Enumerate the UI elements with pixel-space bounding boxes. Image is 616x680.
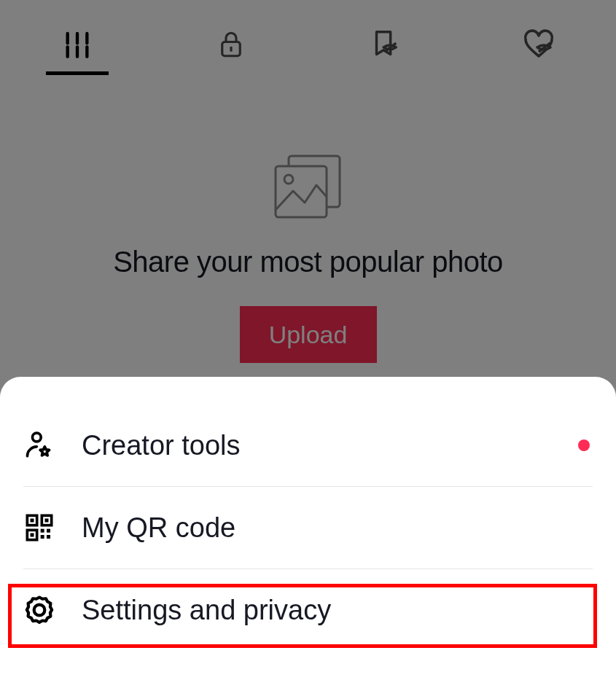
- svg-point-25: [34, 605, 45, 616]
- menu-item-creator-tools[interactable]: Creator tools: [0, 405, 616, 486]
- svg-rect-22: [47, 529, 50, 533]
- svg-rect-18: [45, 519, 49, 523]
- svg-rect-21: [41, 529, 44, 533]
- qr-code-icon: [23, 512, 55, 544]
- menu-item-label: Settings and privacy: [82, 595, 331, 626]
- menu-item-label: Creator tools: [82, 430, 241, 461]
- notification-dot: [578, 439, 590, 451]
- bottom-sheet: Creator tools My QR code: [0, 377, 616, 680]
- menu-item-settings-privacy[interactable]: Settings and privacy: [0, 569, 616, 651]
- svg-rect-16: [31, 519, 34, 523]
- menu-item-qr-code[interactable]: My QR code: [0, 487, 616, 568]
- menu-item-label: My QR code: [82, 512, 235, 544]
- creator-tools-icon: [23, 429, 55, 461]
- svg-rect-20: [31, 534, 34, 537]
- svg-rect-23: [41, 535, 44, 539]
- svg-rect-24: [47, 535, 50, 539]
- settings-icon: [23, 594, 55, 626]
- svg-point-14: [32, 433, 41, 442]
